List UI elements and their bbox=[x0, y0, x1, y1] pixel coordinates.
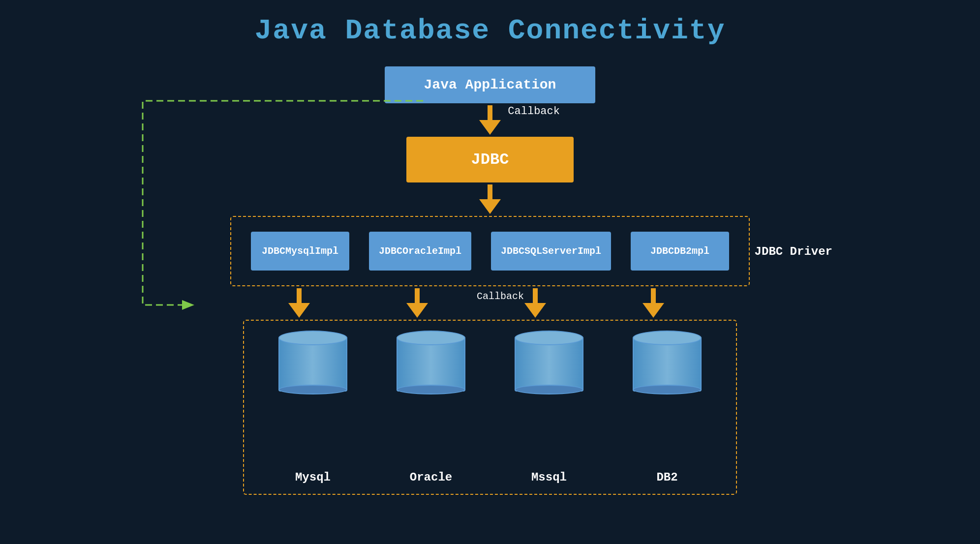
arrow-stem-6 bbox=[651, 288, 656, 303]
arrow-col-4 bbox=[604, 288, 703, 318]
cyl-body-mysql bbox=[278, 337, 347, 392]
java-application-box: Java Application bbox=[385, 66, 596, 103]
impl-box-oracle: JDBCOracleImpl bbox=[369, 232, 471, 271]
layout-center: Not Recommended Unportable Java Applicat… bbox=[230, 66, 750, 495]
cyl-body-oracle bbox=[397, 337, 465, 392]
diagram-container: Java Database Connectivity Not Recommend… bbox=[0, 0, 980, 544]
arrow-col-1 bbox=[250, 288, 348, 318]
jdbc-driver-label: JDBC Driver bbox=[755, 244, 832, 258]
db-label-mssql: Mssql bbox=[531, 471, 567, 484]
arrow-stem-2 bbox=[488, 184, 492, 199]
db-cylinder-db2 bbox=[633, 331, 702, 394]
arrow-head-6 bbox=[643, 303, 664, 318]
db-label-mysql: Mysql bbox=[295, 471, 331, 484]
arrows-row: Callback bbox=[230, 288, 750, 318]
cyl-top-db2 bbox=[633, 331, 702, 345]
impl-box-db2: JDBCDB2mpl bbox=[631, 232, 729, 271]
db-cylinder-mssql bbox=[515, 331, 583, 394]
cyl-top-mysql bbox=[278, 331, 347, 345]
db-cylinder-oracle bbox=[397, 331, 465, 394]
callback-label-1: Callback bbox=[508, 105, 560, 118]
jdbc-box: JDBC bbox=[406, 137, 574, 182]
arrow-1-wrapper: Callback bbox=[479, 105, 501, 135]
cyl-bottom-mssql bbox=[515, 385, 583, 394]
arrow-stem-5 bbox=[533, 288, 538, 303]
arrow-head-5 bbox=[524, 303, 546, 318]
cyl-top-oracle bbox=[397, 331, 465, 345]
arrow-2-wrapper bbox=[479, 184, 501, 214]
impl-box-mysql: JDBCMysqlImpl bbox=[251, 232, 349, 271]
db-item-oracle: Oracle bbox=[382, 331, 480, 484]
callback-label-2: Callback bbox=[477, 291, 524, 302]
cyl-bottom-db2 bbox=[633, 385, 702, 394]
arrow-head-4 bbox=[406, 303, 428, 318]
impl-box-sqlserver: JDBCSQLServerImpl bbox=[491, 232, 611, 271]
cyl-body-mssql bbox=[515, 337, 583, 392]
cyl-top-mssql bbox=[515, 331, 583, 345]
arrow-head-3 bbox=[288, 303, 310, 318]
arrow-stem-4 bbox=[415, 288, 420, 303]
db-label-db2: DB2 bbox=[656, 471, 677, 484]
db-section: Mysql Oracle Mssql bbox=[243, 320, 737, 495]
jdbc-driver-outer: JDBCMysqlImpl JDBCOracleImpl JDBCSQLServ… bbox=[230, 216, 750, 286]
arrow-stem-1 bbox=[488, 105, 492, 120]
page-title: Java Database Connectivity bbox=[255, 15, 726, 47]
db-item-mysql: Mysql bbox=[264, 331, 362, 484]
arrow-col-2 bbox=[368, 288, 466, 318]
db-item-db2: DB2 bbox=[618, 331, 716, 484]
cyl-bottom-oracle bbox=[397, 385, 465, 394]
db-cylinder-mysql bbox=[278, 331, 347, 394]
db-item-mssql: Mssql bbox=[500, 331, 598, 484]
jdbc-section: JDBC bbox=[406, 137, 574, 182]
jdbc-driver-section: JDBCMysqlImpl JDBCOracleImpl JDBCSQLServ… bbox=[230, 216, 750, 286]
arrow-head-2 bbox=[479, 199, 501, 214]
db-label-oracle: Oracle bbox=[410, 471, 452, 484]
arrow-head-1 bbox=[479, 120, 501, 135]
arrow-stem-3 bbox=[297, 288, 302, 303]
cyl-bottom-mysql bbox=[278, 385, 347, 394]
cyl-body-db2 bbox=[633, 337, 702, 392]
svg-marker-0 bbox=[182, 300, 194, 310]
